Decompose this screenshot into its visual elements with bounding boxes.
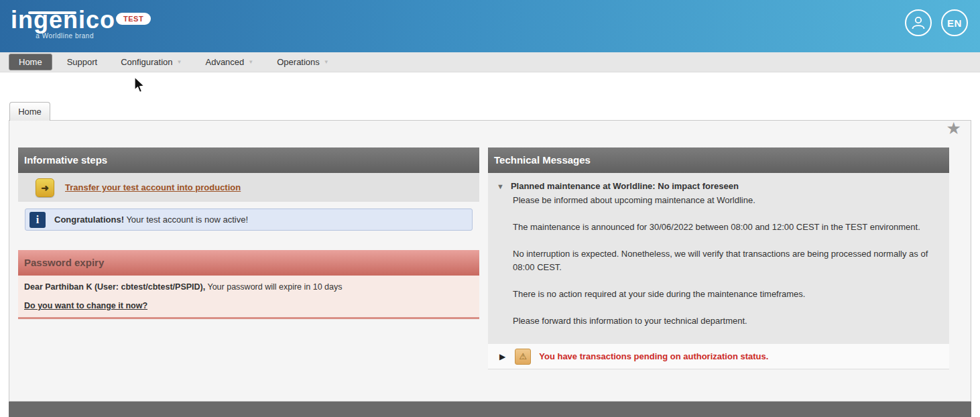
nav-item-home[interactable]: Home [9, 54, 52, 70]
password-expiry-panel: Password expiry Dear Parthiban K (User: … [18, 250, 479, 319]
info-icon: i [29, 212, 46, 228]
maintenance-paragraph: There is no action required at your side… [513, 288, 940, 301]
warning-glyph: ⚠ [519, 351, 527, 361]
arrow-step-button[interactable]: ➜ [36, 178, 54, 197]
language-selector-button[interactable]: EN [941, 9, 968, 36]
change-password-link[interactable]: Do you want to change it now? [24, 301, 147, 310]
nav-label: Operations [277, 57, 320, 67]
technical-messages-title: Technical Messages [488, 147, 949, 173]
pending-transactions-message[interactable]: ▶ ⚠ You have transactions pending on aut… [488, 344, 949, 369]
nav-item-advanced[interactable]: Advanced ▼ [196, 54, 262, 70]
nav-item-operations[interactable]: Operations ▼ [268, 54, 338, 70]
mouse-cursor-icon [134, 76, 145, 97]
logo-wordmark: ingenico [11, 7, 111, 34]
chevron-down-icon: ▼ [324, 59, 329, 65]
collapse-triangle-icon[interactable]: ▼ [497, 180, 504, 192]
header-actions: EN [905, 9, 968, 36]
maintenance-paragraph: Please be informed about upcoming mainte… [513, 194, 940, 207]
right-arrow-icon: ➜ [41, 182, 49, 193]
password-expiry-rest: Your password will expire in 10 days [205, 282, 342, 292]
congratulations-rest: Your test account is now active! [124, 215, 248, 225]
informative-steps-title: Informative steps [18, 147, 479, 173]
maintenance-paragraph: The maintenance is announced for 30/06/2… [513, 221, 940, 234]
informative-steps-panel: Informative steps ➜ Transfer your test a… [18, 147, 479, 231]
maintenance-message-body: Please be informed about upcoming mainte… [513, 194, 940, 328]
page-footer [9, 402, 971, 417]
ingenico-logo[interactable]: ingenico a Worldline brand [11, 7, 111, 40]
password-expiry-message: Dear Parthiban K (User: cbtest/cbtest/PS… [24, 282, 473, 292]
congratulations-banner: i Congratulations! Your test account is … [25, 208, 473, 231]
main-content: ★ Informative steps ➜ Transfer your test… [9, 120, 971, 402]
maintenance-paragraph: Please forward this information to your … [513, 314, 940, 328]
environment-badge: TEST [116, 13, 151, 25]
congratulations-bold: Congratulations! [54, 215, 124, 225]
nav-label: Home [19, 57, 42, 67]
nav-item-support[interactable]: Support [58, 54, 107, 70]
password-expiry-body: Dear Parthiban K (User: cbtest/cbtest/PS… [18, 276, 479, 319]
maintenance-message-header[interactable]: ▼ Planned maintenance at Worldline: No i… [497, 180, 940, 192]
expand-triangle-icon[interactable]: ▶ [499, 352, 505, 361]
app-header: ingenico a Worldline brand TEST EN [0, 0, 980, 52]
congratulations-text: Congratulations! Your test account is no… [54, 215, 248, 225]
nav-label: Advanced [205, 57, 244, 67]
password-expiry-title: Password expiry [18, 250, 479, 276]
chevron-down-icon: ▼ [177, 59, 182, 65]
main-nav: Home Support Configuration ▼ Advanced ▼ … [0, 52, 980, 72]
language-label: EN [947, 17, 962, 29]
nav-label: Configuration [121, 57, 172, 67]
chevron-down-icon: ▼ [248, 59, 253, 65]
maintenance-message-title: Planned maintenance at Worldline: No imp… [511, 180, 739, 192]
user-icon [910, 14, 927, 32]
technical-messages-panel: Technical Messages ▼ Planned maintenance… [488, 147, 949, 369]
password-user-bold: Dear Parthiban K (User: cbtest/cbtest/PS… [24, 282, 205, 292]
nav-item-configuration[interactable]: Configuration ▼ [112, 54, 190, 70]
logo-overline [28, 11, 76, 14]
tab-home[interactable]: Home [9, 102, 50, 121]
info-glyph: i [36, 214, 39, 226]
maintenance-message: ▼ Planned maintenance at Worldline: No i… [488, 173, 949, 344]
transfer-step-row: ➜ Transfer your test account into produc… [18, 173, 479, 202]
transfer-to-production-link[interactable]: Transfer your test account into producti… [65, 182, 241, 192]
nav-label: Support [67, 57, 98, 67]
user-profile-button[interactable] [905, 9, 932, 36]
favorite-star-icon[interactable]: ★ [946, 119, 961, 138]
pending-transactions-text: You have transactions pending on authori… [539, 351, 768, 361]
warning-icon: ⚠ [515, 349, 531, 365]
maintenance-paragraph: No interruption is expected. Nonetheless… [513, 247, 940, 274]
